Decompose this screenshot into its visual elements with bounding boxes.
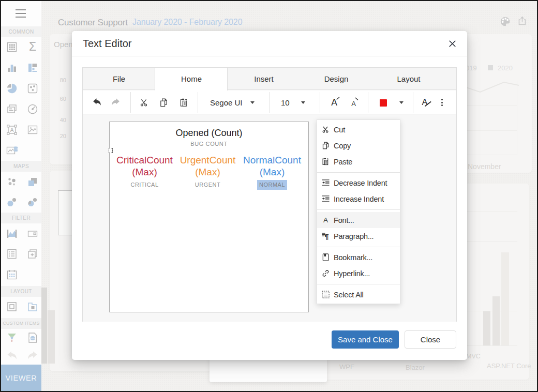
- svg-text:A: A: [10, 127, 14, 133]
- svg-text:¶: ¶: [324, 232, 328, 240]
